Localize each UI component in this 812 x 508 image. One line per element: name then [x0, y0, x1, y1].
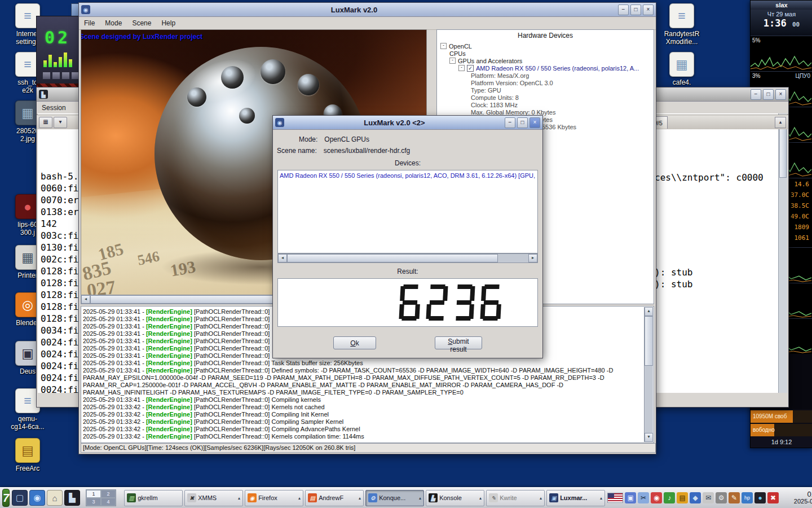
- scroll-up-button[interactable]: [645, 307, 653, 316]
- log-scrollbar[interactable]: [644, 307, 653, 442]
- maximize-button[interactable]: [763, 89, 774, 100]
- tree-expander-icon[interactable]: -: [458, 65, 465, 71]
- task-button[interactable]: ✖ XMMS ▴: [184, 490, 243, 506]
- show-desktop-icon[interactable]: ▢: [12, 490, 28, 506]
- task-button[interactable]: ▙ Konsole ▴: [426, 490, 484, 506]
- hardware-tree-row[interactable]: CPUs: [438, 50, 652, 57]
- scrollbar-thumb[interactable]: [90, 295, 283, 304]
- home-folder-icon[interactable]: ⌂: [47, 490, 63, 506]
- device-checkbox[interactable]: ✓: [467, 65, 474, 72]
- stop-icon[interactable]: ✖: [767, 492, 779, 503]
- scroll-left-button[interactable]: [278, 254, 287, 262]
- volume-icon[interactable]: ♪: [664, 492, 675, 503]
- konsole-scrollbar[interactable]: [778, 113, 787, 393]
- hardware-tree-row[interactable]: - ✓ AMD Radeon RX 550 / 550 Series (rade…: [438, 64, 652, 72]
- task-button[interactable]: ◉ Firefox ▴: [245, 490, 303, 506]
- session-list-button[interactable]: [54, 117, 67, 128]
- keyboard-layout-us-icon[interactable]: [607, 493, 623, 503]
- menu-item[interactable]: Session: [37, 103, 71, 113]
- pager-desktop-cell[interactable]: 2: [101, 490, 116, 498]
- settings-icon[interactable]: ⚙: [716, 492, 727, 503]
- hardware-tree-row[interactable]: Platform Version: OpenCL 3.0: [438, 79, 652, 86]
- hardware-tree-row[interactable]: Type: GPU: [438, 86, 652, 94]
- scrollbar-thumb[interactable]: [645, 316, 653, 366]
- scrollbar-thumb[interactable]: [287, 254, 498, 262]
- terminal-line: 0024:fi: [41, 360, 84, 372]
- hardware-tree-row[interactable]: Clock: 1183 MHz: [438, 101, 652, 108]
- klipper-icon[interactable]: ✂: [638, 492, 649, 503]
- tree-expander-icon[interactable]: -: [440, 43, 447, 49]
- menu-item[interactable]: Mode: [100, 18, 127, 28]
- media-player-icon[interactable]: ●: [754, 492, 766, 503]
- network-icon[interactable]: ◆: [690, 492, 701, 503]
- pager-desktop-cell[interactable]: 4: [101, 498, 116, 506]
- hardware-tree-row[interactable]: - OpenCL: [438, 42, 652, 50]
- tree-item-label: OpenCL: [449, 43, 472, 50]
- kmenu-button[interactable]: [2, 489, 10, 507]
- desktop-pager[interactable]: 1234: [86, 489, 116, 506]
- menu-item[interactable]: Scene: [127, 18, 156, 28]
- device-item[interactable]: AMD Radeon RX 550 / 550 Series (radeonsi…: [278, 170, 537, 181]
- tab-scroll-button[interactable]: [775, 117, 786, 128]
- dialog-titlebar[interactable]: LuxMark v2.0 <2>: [273, 116, 542, 130]
- submit-result-button[interactable]: Submit result: [435, 336, 482, 349]
- task-icon: ⚙: [368, 493, 377, 502]
- scrollbar-track[interactable]: [498, 254, 528, 262]
- close-button[interactable]: [529, 117, 540, 128]
- display-settings-icon[interactable]: ▣: [625, 492, 636, 503]
- maximize-button[interactable]: [517, 117, 528, 128]
- task-label: AndrewF: [319, 494, 343, 501]
- hardware-tree-row[interactable]: Platform: Mesa/X.org: [438, 72, 652, 79]
- minimize-button[interactable]: [618, 5, 629, 15]
- organizer-icon[interactable]: ▤: [677, 492, 688, 503]
- slax-logo-icon: [3, 492, 9, 505]
- desktop-icon[interactable]: ▦ cafe4.: [657, 52, 706, 86]
- menu-item[interactable]: File: [79, 18, 100, 28]
- minimize-button[interactable]: [751, 89, 761, 100]
- mail-icon[interactable]: ✉: [703, 492, 714, 503]
- devices-list[interactable]: AMD Radeon RX 550 / 550 Series (radeonsi…: [277, 170, 538, 253]
- pager-desktop-cell[interactable]: 3: [86, 498, 101, 506]
- log-line: 2025-05-29 01:33:42 - [RenderEngine] [Pa…: [83, 418, 643, 426]
- task-label: Konsole: [439, 494, 462, 501]
- new-session-button[interactable]: [39, 117, 52, 128]
- paint-icon[interactable]: ✎: [729, 492, 740, 503]
- minimize-button[interactable]: [505, 117, 515, 128]
- hardware-tree-row[interactable]: - GPUs and Accelerators: [438, 57, 652, 64]
- terminal-line: 0024:fi: [41, 372, 84, 384]
- tree-expander-icon[interactable]: -: [449, 58, 456, 64]
- close-button[interactable]: [775, 89, 786, 100]
- luxmark-result-dialog[interactable]: LuxMark v2.0 <2> Mode: OpenCL GPUs Scene…: [272, 115, 543, 358]
- menu-item[interactable]: Help: [156, 18, 180, 28]
- taskbar-clock[interactable]: 01:35 2025-05-29: [784, 491, 812, 505]
- printer-hp-icon[interactable]: hp: [742, 492, 753, 503]
- log-line: 2025-05-29 01:33:41 - [RenderEngine] [Pa…: [83, 367, 643, 396]
- gkrellm-time: 1:36 00: [751, 17, 812, 29]
- devices-h-scrollbar[interactable]: [277, 253, 538, 263]
- task-icon: ▣: [549, 493, 558, 502]
- desktop-icon[interactable]: ≡ RandytestR Xmodifie...: [657, 3, 706, 46]
- scrollbar-track[interactable]: [645, 366, 653, 433]
- desktop-icon[interactable]: ▤ FreeArc: [3, 438, 52, 472]
- luxmark-titlebar[interactable]: LuxMark v2.0: [79, 3, 656, 17]
- pager-desktop-cell[interactable]: 1: [86, 490, 101, 498]
- screen-capture-icon[interactable]: ◉: [651, 492, 662, 503]
- close-button[interactable]: [643, 5, 654, 15]
- terminal-icon[interactable]: ▙: [64, 490, 80, 506]
- task-button[interactable]: ⚙ Konque... ▴: [365, 490, 424, 506]
- web-browser-icon[interactable]: ◉: [29, 490, 45, 506]
- scroll-right-button[interactable]: [528, 254, 537, 262]
- task-button[interactable]: ▥ gkrellm: [124, 490, 183, 506]
- result-lcd-digits: [278, 279, 537, 326]
- task-button[interactable]: ✎ Kwrite ▴: [486, 490, 545, 506]
- scroll-left-button[interactable]: [81, 295, 90, 304]
- maximize-button[interactable]: [630, 5, 641, 15]
- scroll-down-button[interactable]: [645, 433, 653, 442]
- task-button[interactable]: ▣ Luxmar... ▴: [546, 490, 605, 506]
- tree-item-label: CPUs: [449, 50, 466, 57]
- quick-launch: ▢◉⌂▙: [12, 490, 80, 506]
- hardware-tree-row[interactable]: Compute Units: 8: [438, 94, 652, 101]
- task-button[interactable]: ▤ AndrewF ▴: [305, 490, 364, 506]
- ok-button[interactable]: Ok: [333, 336, 376, 349]
- desktop-icon-image: ▦: [669, 52, 694, 77]
